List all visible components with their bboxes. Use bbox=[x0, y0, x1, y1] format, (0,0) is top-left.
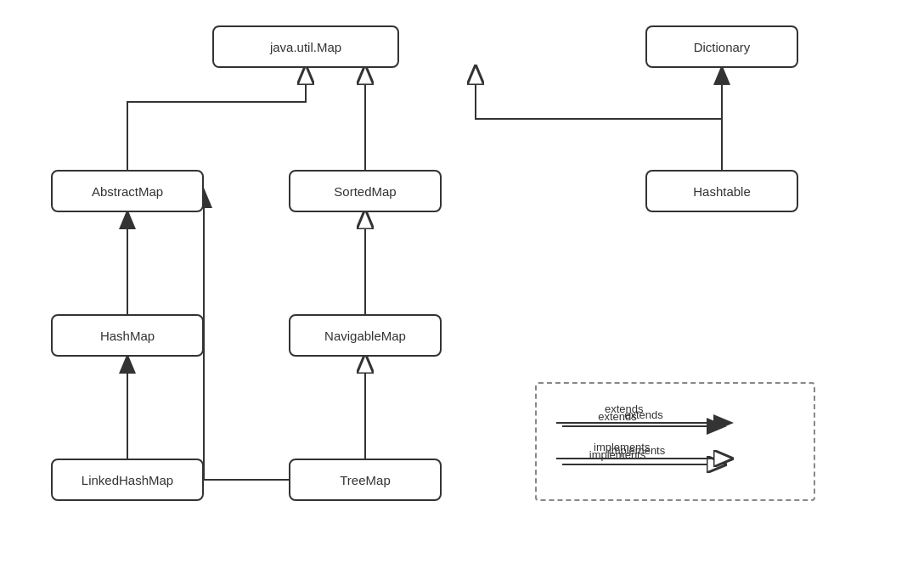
legend-svg: extends implements bbox=[554, 397, 800, 490]
node-java-util-map: java.util.Map bbox=[212, 25, 399, 68]
legend-extends-text: extends bbox=[605, 402, 644, 415]
node-dictionary: Dictionary bbox=[645, 25, 798, 68]
node-sorted-map: SortedMap bbox=[289, 170, 442, 212]
diagram: java.util.Map Dictionary AbstractMap Sor… bbox=[0, 0, 924, 574]
legend-implements-text: implements bbox=[594, 441, 650, 453]
node-abstract-map: AbstractMap bbox=[51, 170, 204, 212]
node-hash-map: HashMap bbox=[51, 314, 204, 357]
node-tree-map: TreeMap bbox=[289, 459, 442, 501]
node-hashtable: Hashtable bbox=[645, 170, 798, 212]
node-linked-hash-map: LinkedHashMap bbox=[51, 459, 204, 501]
legend-box: extends implements extends implements bbox=[535, 382, 815, 501]
node-navigable-map: NavigableMap bbox=[289, 314, 442, 357]
